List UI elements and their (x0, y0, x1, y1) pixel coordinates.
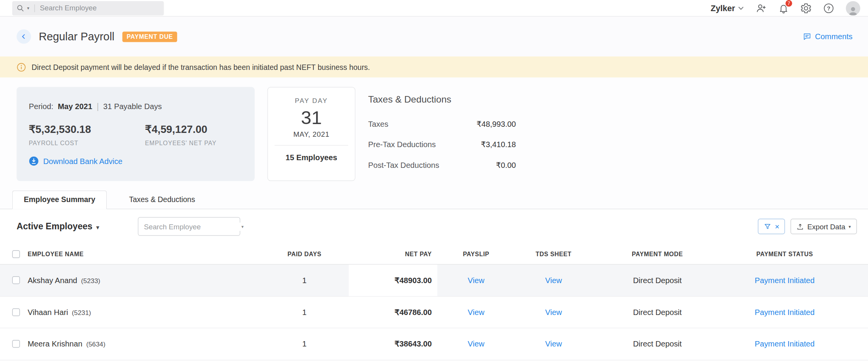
export-data-button[interactable]: Export Data ▾ (791, 219, 857, 234)
payday-employee-count: 15 Employees (268, 153, 355, 162)
header-paid-days: PAID DAYS (260, 250, 349, 257)
employee-id: (5634) (86, 341, 105, 348)
payable-days: 31 Payable Days (103, 101, 162, 110)
header-cell-checkbox (0, 250, 24, 258)
row-cell-checkbox (0, 277, 24, 284)
active-employees-dropdown[interactable]: Active Employees ▾ (17, 222, 99, 232)
help-button[interactable]: ? (823, 2, 834, 13)
period-value: May 2021 (58, 101, 92, 110)
download-circle-icon (29, 156, 39, 166)
row-checkbox[interactable] (12, 277, 20, 284)
cell-employee-name: Meera Krishnan (5634) (24, 340, 260, 348)
payday-divider (275, 145, 348, 146)
cell-tds-sheet: View (515, 276, 592, 285)
payslip-view-link[interactable]: View (468, 340, 484, 348)
taxes-deductions-panel: Taxes & Deductions Taxes ₹48,993.00 Pre-… (368, 87, 516, 181)
notifications-button[interactable]: 7 (778, 2, 788, 13)
table-row[interactable]: Vihaan Hari (5231) 1 ₹46786.00 View View… (0, 297, 868, 328)
employee-search-combobox[interactable]: ▾ (138, 217, 240, 236)
tax-label: Pre-Tax Deductions (368, 140, 436, 149)
cell-paid-days: 1 (260, 340, 349, 348)
export-icon (797, 223, 804, 230)
question-circle-icon: ? (823, 2, 834, 13)
tab-employee-summary[interactable]: Employee Summary (12, 191, 107, 209)
page-header: Regular Payroll PAYMENT DUE Comments (0, 17, 868, 56)
org-name: Zylker (711, 3, 735, 13)
global-search-input[interactable] (40, 4, 159, 12)
net-pay-amount: ₹46786.00 (394, 308, 432, 317)
user-avatar[interactable] (846, 1, 860, 15)
period-label: Period: (29, 101, 53, 110)
comments-icon (803, 32, 812, 41)
table-row[interactable]: Akshay Anand (5233) 1 ₹48903.00 View Vie… (0, 265, 868, 297)
payment-status-link[interactable]: Payment Initiated (755, 276, 815, 285)
clear-filter-button[interactable]: × (758, 219, 785, 234)
tds-view-link[interactable]: View (545, 276, 562, 285)
person-icon (848, 5, 859, 15)
app-root: ▾ Zylker 7 ? (0, 0, 868, 363)
net-pay-label: EMPLOYEES' NET PAY (145, 139, 217, 146)
tax-value: ₹3,410.18 (481, 140, 516, 149)
search-divider (34, 4, 35, 12)
back-button[interactable] (17, 29, 31, 43)
select-all-checkbox[interactable] (12, 250, 20, 258)
employee-id: (5231) (72, 309, 91, 317)
period-line: Period: May 2021 | 31 Payable Days (29, 101, 242, 111)
row-checkbox[interactable] (12, 308, 20, 316)
svg-text:?: ? (827, 5, 830, 11)
settings-button[interactable] (800, 2, 812, 13)
tax-row: Taxes ₹48,993.00 (368, 119, 516, 128)
close-icon: × (775, 222, 779, 230)
add-user-button[interactable] (755, 2, 767, 13)
download-bank-advice-label: Download Bank Advice (43, 157, 122, 166)
tds-view-link[interactable]: View (545, 308, 562, 317)
comments-label: Comments (815, 32, 853, 41)
tab-taxes-deductions[interactable]: Taxes & Deductions (118, 191, 206, 209)
cell-tds-sheet: View (515, 340, 592, 348)
notification-count-badge: 7 (785, 0, 793, 7)
tax-row: Pre-Tax Deductions ₹3,410.18 (368, 140, 516, 149)
search-icon (17, 4, 24, 12)
search-scope-caret-icon[interactable]: ▾ (27, 5, 30, 10)
caret-down-icon: ▾ (96, 224, 99, 230)
payment-status-link[interactable]: Payment Initiated (755, 308, 815, 317)
header-payment-status: PAYMENT STATUS (722, 250, 847, 257)
table-row[interactable]: Meera Krishnan (5634) 1 ₹38643.00 View V… (0, 328, 868, 360)
header-employee-name: EMPLOYEE NAME (24, 250, 260, 257)
org-switcher[interactable]: Zylker (711, 3, 744, 13)
payment-status-link[interactable]: Payment Initiated (755, 340, 815, 348)
cell-paid-days: 1 (260, 276, 349, 285)
row-checkbox[interactable] (12, 340, 20, 348)
payslip-view-link[interactable]: View (468, 276, 484, 285)
payday-card: PAY DAY 31 MAY, 2021 15 Employees (267, 87, 355, 181)
cell-employee-name: Vihaan Hari (5231) (24, 308, 260, 317)
table-header-row: EMPLOYEE NAME PAID DAYS NET PAY PAYSLIP … (0, 244, 868, 265)
cell-payment-mode: Direct Deposit (592, 340, 722, 348)
cell-payment-status: Payment Initiated (722, 308, 847, 317)
header-tds-sheet: TDS SHEET (515, 250, 592, 257)
cell-payment-mode: Direct Deposit (592, 308, 722, 317)
employee-search-input[interactable] (144, 222, 242, 231)
global-search[interactable]: ▾ (12, 1, 164, 15)
payslip-view-link[interactable]: View (468, 308, 484, 317)
summary-section: Period: May 2021 | 31 Payable Days ₹5,32… (0, 78, 868, 191)
comments-link[interactable]: Comments (803, 32, 852, 41)
payroll-cost-block: ₹5,32,530.18 PAYROLL COST (29, 123, 145, 146)
cell-payslip: View (437, 276, 515, 285)
employee-id: (5233) (81, 277, 100, 285)
tax-label: Post-Tax Deductions (368, 161, 439, 169)
banner-text: Direct Deposit payment will be delayed i… (31, 63, 370, 71)
topbar: ▾ Zylker 7 ? (0, 0, 868, 17)
tax-label: Taxes (368, 119, 388, 128)
caret-down-icon: ▾ (241, 224, 244, 229)
period-separator: | (97, 101, 99, 111)
row-cell-checkbox (0, 308, 24, 316)
download-bank-advice-link[interactable]: Download Bank Advice (29, 156, 242, 166)
cell-net-pay: ₹48903.00 (349, 265, 437, 296)
tax-value: ₹0.00 (496, 161, 516, 169)
chevron-down-icon (738, 6, 744, 10)
topbar-right: Zylker 7 ? (711, 1, 860, 15)
tds-view-link[interactable]: View (545, 340, 562, 348)
cell-payslip: View (437, 340, 515, 348)
payday-label: PAY DAY (268, 97, 355, 104)
